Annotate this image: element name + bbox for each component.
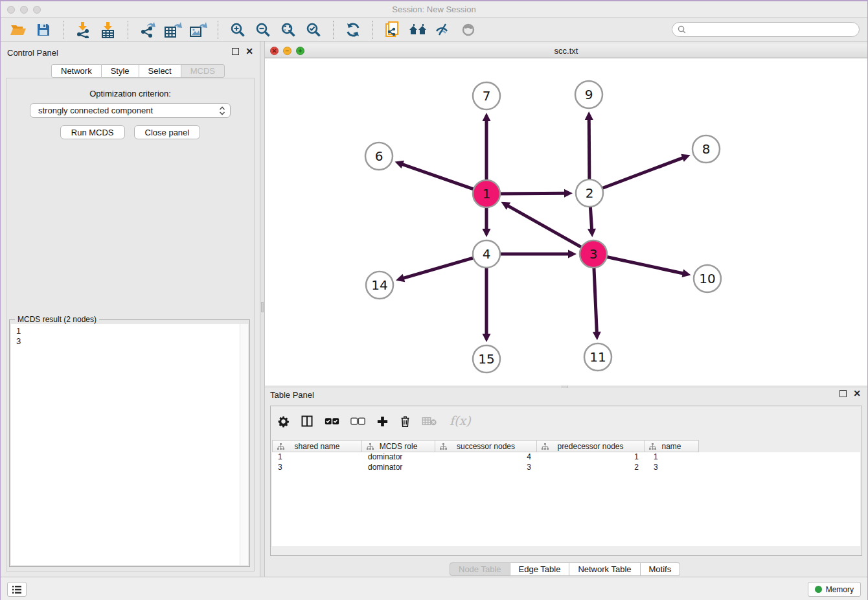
- task-history-button[interactable]: [7, 582, 27, 597]
- network-canvas[interactable]: 7968124314101511: [265, 58, 867, 386]
- tab-network-table[interactable]: Network Table: [569, 562, 640, 576]
- show-all-eye-icon[interactable]: [459, 21, 478, 39]
- open-session-icon[interactable]: [8, 21, 28, 39]
- toolbar-separator: [63, 21, 63, 39]
- tab-motifs[interactable]: Motifs: [641, 562, 681, 576]
- network-graph[interactable]: 7968124314101511: [265, 58, 868, 386]
- graph-edge-1-2[interactable]: [499, 193, 565, 194]
- table-cell[interactable]: dominator: [362, 452, 435, 463]
- import-table-icon[interactable]: [98, 21, 118, 39]
- show-columns-icon[interactable]: [301, 415, 314, 428]
- graph-edge-arrow: [483, 113, 491, 121]
- graph-node-label: 7: [483, 88, 491, 104]
- graph-edge-2-3[interactable]: [590, 205, 591, 230]
- zoom-selected-icon[interactable]: [304, 21, 323, 39]
- hierarchy-icon: [367, 443, 374, 452]
- refresh-layout-icon[interactable]: [343, 21, 363, 39]
- table-panel-title: Table Panel: [270, 390, 314, 400]
- network-minimize-icon[interactable]: −: [283, 47, 291, 55]
- vertical-splitter[interactable]: [260, 41, 265, 577]
- table-cell[interactable]: 2: [537, 463, 645, 473]
- tab-mcds[interactable]: MCDS: [181, 64, 225, 78]
- graph-edge-3-10[interactable]: [606, 257, 684, 273]
- close-window-button[interactable]: [7, 6, 15, 14]
- graph-edge-4-14[interactable]: [403, 257, 475, 278]
- splitter-handle[interactable]: [261, 302, 264, 312]
- table-toolbar: f(x): [277, 406, 472, 436]
- graph-edge-arrow: [585, 111, 593, 120]
- graph-edge-3-11[interactable]: [594, 266, 597, 333]
- table-cell[interactable]: 1: [272, 452, 362, 463]
- network-close-icon[interactable]: ✕: [270, 47, 279, 55]
- deselect-all-icon[interactable]: [350, 417, 365, 426]
- zoom-fit-icon[interactable]: [279, 21, 298, 39]
- save-session-icon[interactable]: [34, 21, 53, 39]
- column-header-shared-name[interactable]: shared name: [272, 440, 362, 452]
- graph-edge-arrow: [483, 229, 491, 237]
- memory-button[interactable]: Memory: [808, 582, 861, 597]
- table-cell[interactable]: 3: [435, 463, 537, 473]
- float-table-panel-icon[interactable]: [839, 390, 847, 397]
- network-window-titlebar[interactable]: ✕ − + scc.txt: [265, 44, 867, 58]
- graph-node-label: 3: [589, 246, 598, 262]
- add-column-icon[interactable]: [376, 415, 389, 428]
- network-maximize-icon[interactable]: +: [296, 47, 304, 55]
- minimize-window-button[interactable]: [20, 6, 28, 14]
- graph-edge-arrow: [564, 189, 573, 198]
- delete-column-icon[interactable]: [400, 415, 411, 428]
- table-panel: Table Panel ✕: [265, 388, 867, 574]
- graph-edge-arrow: [593, 332, 601, 340]
- table-row[interactable]: 1dominator411: [272, 452, 860, 463]
- app-window: Session: New Session: [1, 1, 867, 600]
- table-cell[interactable]: 3: [272, 463, 362, 473]
- tab-style[interactable]: Style: [102, 64, 139, 78]
- float-panel-icon[interactable]: [232, 48, 239, 55]
- table-cell[interactable]: 3: [645, 463, 699, 473]
- mcds-result-text[interactable]: 1 3: [11, 324, 240, 565]
- graph-edge-1-6[interactable]: [402, 164, 475, 190]
- search-input[interactable]: [689, 25, 854, 34]
- dropdown-stepper-icon: [218, 106, 226, 116]
- settings-gear-icon[interactable]: [277, 415, 290, 428]
- hide-selected-eye-icon[interactable]: [433, 21, 453, 39]
- clone-network-icon[interactable]: [383, 21, 402, 39]
- export-table-icon[interactable]: [163, 21, 183, 39]
- close-panel-icon[interactable]: ✕: [246, 48, 253, 55]
- run-mcds-button[interactable]: Run MCDS: [60, 125, 125, 139]
- table-row[interactable]: 3dominator323: [272, 463, 860, 473]
- search-box[interactable]: [672, 22, 860, 37]
- graph-edge-2-8[interactable]: [601, 157, 684, 189]
- select-all-icon[interactable]: [325, 417, 339, 426]
- table-cell[interactable]: 1: [645, 452, 699, 463]
- table-body: 1dominator4113dominator323: [272, 452, 860, 546]
- window-title: Session: New Session: [392, 5, 475, 14]
- export-image-icon[interactable]: [188, 21, 208, 39]
- table-cell[interactable]: 4: [435, 452, 537, 463]
- maximize-window-button[interactable]: [33, 6, 41, 14]
- graph-edge-2-9[interactable]: [589, 119, 589, 181]
- import-network-icon[interactable]: [73, 21, 93, 39]
- export-network-icon[interactable]: [138, 21, 157, 39]
- window-controls: [7, 6, 41, 14]
- graph-edge-3-1[interactable]: [507, 205, 582, 248]
- table-cell[interactable]: 1: [537, 452, 645, 463]
- control-panel-tabs: Network Style Select MCDS: [51, 64, 225, 78]
- column-header-name[interactable]: name: [645, 440, 699, 452]
- table-cell[interactable]: dominator: [362, 463, 435, 473]
- zoom-in-icon[interactable]: [228, 21, 247, 39]
- list-icon: [12, 585, 22, 594]
- column-header-successor-nodes[interactable]: successor nodes: [435, 440, 537, 452]
- close-table-panel-icon[interactable]: ✕: [853, 390, 861, 397]
- close-panel-button[interactable]: Close panel: [134, 125, 201, 139]
- column-header-predecessor-nodes[interactable]: predecessor nodes: [537, 440, 645, 452]
- home-icon[interactable]: [408, 21, 428, 39]
- result-scrollbar[interactable]: [240, 324, 248, 565]
- tab-node-table[interactable]: Node Table: [450, 562, 510, 576]
- column-header-MCDS-role[interactable]: MCDS role: [362, 440, 435, 452]
- optimization-criterion-label: Optimization criterion:: [6, 89, 254, 98]
- tab-select[interactable]: Select: [139, 64, 181, 78]
- optimization-criterion-dropdown[interactable]: strongly connected component: [30, 103, 231, 118]
- tab-edge-table[interactable]: Edge Table: [510, 562, 570, 576]
- tab-network[interactable]: Network: [51, 64, 102, 78]
- zoom-out-icon[interactable]: [253, 21, 273, 39]
